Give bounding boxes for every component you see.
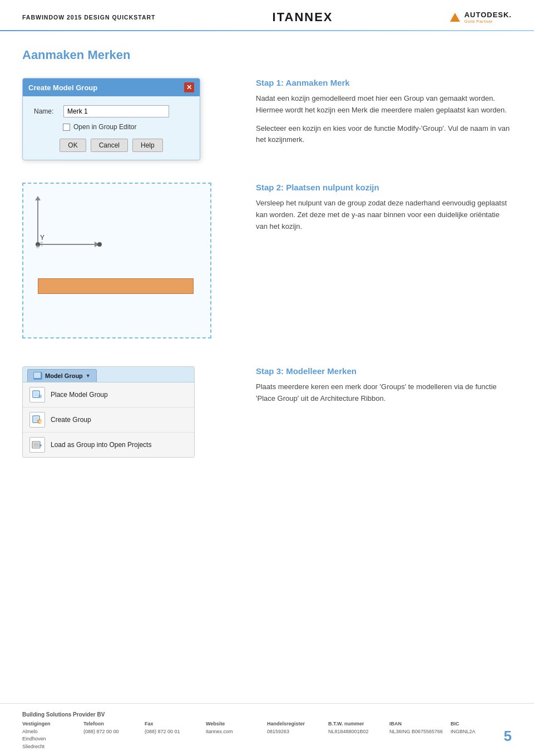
- y-axis-line: [37, 200, 38, 244]
- ribbon-tab-model-group[interactable]: Model Group ▼: [27, 369, 97, 382]
- ribbon-item-place[interactable]: Place Model Group: [23, 382, 194, 408]
- step2-col: Stap 2: Plaatsen nulpunt kozijn Versleep…: [256, 183, 512, 232]
- dialog-buttons: OK Cancel Help: [34, 139, 189, 152]
- page-footer: Building Solutions Provider BV Vestiging…: [0, 703, 534, 757]
- dialog-checkbox-label: Open in Group Editor: [73, 123, 136, 131]
- footer-fax-title: Fax: [145, 721, 206, 726]
- footer-website-val: itannex.com: [206, 728, 267, 736]
- dialog-help-button[interactable]: Help: [132, 139, 163, 152]
- footer-iban-val: NL36ING B0675565766: [389, 728, 451, 736]
- model-group-tab-icon: [33, 372, 42, 380]
- cad-inner: Y /| X ⊕: [23, 184, 210, 337]
- section-title: Aanmaken Merken: [22, 48, 512, 62]
- footer-col-website: Website itannex.com: [206, 721, 267, 751]
- load-group-label: Load as Group into Open Projects: [51, 441, 151, 449]
- ribbon-item-load[interactable]: Load as Group into Open Projects: [23, 433, 194, 457]
- autodesk-triangle-icon: [450, 13, 460, 22]
- ribbon-tab-dropdown-icon: ▼: [86, 373, 91, 379]
- svg-rect-1: [34, 392, 38, 396]
- cad-view: Y /| X ⊕: [22, 183, 211, 338]
- footer-handelsregister-title: Handelsregister: [267, 721, 328, 726]
- page-header: FabWindow 2015 Design Quickstart ITANNEX…: [0, 0, 534, 30]
- ribbon-item-create[interactable]: ⚙ Create Group: [23, 408, 194, 433]
- dialog-col: Create Model Group ✕ Name: Open in Group…: [22, 78, 239, 160]
- row-2: Y /| X ⊕ Stap 2: Plaatsen nulpunt kozijn…: [22, 183, 512, 344]
- footer-btw-title: B.T.W. nummer: [328, 721, 389, 726]
- footer-vestigingen-val: AlmeloEindhovenSliedrecht: [22, 728, 83, 751]
- svg-rect-8: [33, 443, 39, 447]
- row-3: Model Group ▼ Pla: [22, 366, 512, 463]
- cad-col: Y /| X ⊕: [22, 183, 239, 344]
- footer-col-bic: BIC INGBNL2A: [451, 721, 512, 751]
- step2-heading: Stap 2: Plaatsen nulpunt kozijn: [256, 183, 512, 192]
- header-title: FabWindow 2015 Design Quickstart: [22, 14, 156, 21]
- ribbon-col: Model Group ▼ Pla: [22, 366, 239, 463]
- footer-btw-val: NL818488001B02: [328, 728, 389, 736]
- dialog-cancel-button[interactable]: Cancel: [91, 139, 128, 152]
- autodesk-text: AUTODESK.: [464, 11, 512, 19]
- dialog-title-text: Create Model Group: [28, 84, 97, 92]
- footer-handelsregister-val: 08159263: [267, 728, 328, 736]
- footer-col-btw: B.T.W. nummer NL818488001B02: [328, 721, 389, 751]
- step1-col: Stap 1: Aanmaken Merk Nadat een kozijn g…: [256, 78, 512, 146]
- step1-heading: Stap 1: Aanmaken Merk: [256, 78, 512, 87]
- step1-text1: Nadat een kozijn gemodelleerd moet hier …: [256, 93, 512, 116]
- row-1: Create Model Group ✕ Name: Open in Group…: [22, 78, 512, 160]
- create-model-group-dialog: Create Model Group ✕ Name: Open in Group…: [22, 78, 200, 160]
- dialog-name-row: Name:: [34, 105, 189, 117]
- create-icon-svg: ⚙: [32, 414, 43, 425]
- create-group-label: Create Group: [51, 416, 91, 424]
- svg-rect-2: [38, 395, 42, 398]
- page-number: 5: [504, 728, 512, 745]
- footer-col-fax: Fax (088) 872 00 01: [145, 721, 206, 751]
- footer-telefoon-title: Telefoon: [83, 721, 145, 726]
- load-group-icon: [29, 437, 45, 453]
- footer-iban-title: IBAN: [389, 721, 451, 726]
- ribbon-tab-label: Model Group: [45, 372, 83, 379]
- footer-col-handelsregister: Handelsregister 08159263: [267, 721, 328, 751]
- place-model-group-icon: [29, 387, 45, 402]
- x-axis-line: [40, 244, 96, 245]
- svg-text:⚙: ⚙: [38, 420, 42, 424]
- dialog-ok-button[interactable]: OK: [60, 139, 86, 152]
- place-model-group-label: Place Model Group: [51, 391, 108, 399]
- step2-text: Versleep het nulpunt van de group zodat …: [256, 198, 512, 232]
- gold-partner-text: Gold Partner: [464, 19, 512, 24]
- step3-heading: Stap 3: Modelleer Merken: [256, 366, 512, 376]
- dialog-close-button[interactable]: ✕: [184, 82, 194, 92]
- ribbon-body: Place Model Group ⚙ Create Group: [23, 382, 194, 457]
- dialog-name-label: Name:: [34, 107, 59, 115]
- y-axis-label: Y /|: [40, 234, 44, 246]
- footer-fax-val: (088) 872 00 01: [145, 728, 206, 736]
- dialog-title-bar: Create Model Group ✕: [23, 78, 200, 96]
- footer-company: Building Solutions Provider BV: [22, 711, 512, 718]
- footer-columns: Vestigingen AlmeloEindhovenSliedrecht Te…: [22, 721, 512, 751]
- step3-text: Plaats meerdere keren een merk door 'Gro…: [256, 381, 512, 405]
- footer-col-iban: IBAN NL36ING B0675565766: [389, 721, 451, 751]
- autodesk-logo: AUTODESK. Gold Partner: [450, 11, 512, 24]
- dialog-name-input[interactable]: [63, 105, 169, 117]
- footer-vestigingen-title: Vestigingen: [22, 721, 83, 726]
- place-icon-svg: [32, 389, 43, 400]
- footer-telefoon-val: (088) 872 00 00: [83, 728, 145, 736]
- ribbon-tab-bar: Model Group ▼: [23, 367, 194, 382]
- dialog-checkbox[interactable]: [63, 124, 70, 131]
- x-dot: [97, 242, 102, 247]
- load-icon-svg: [32, 439, 43, 450]
- window-rectangle: [38, 278, 194, 294]
- y-arrowhead-icon: [35, 196, 41, 200]
- ribbon-menu: Model Group ▼ Pla: [22, 366, 195, 458]
- footer-bic-title: BIC: [451, 721, 512, 726]
- footer-col-vestigingen: Vestigingen AlmeloEindhovenSliedrecht: [22, 721, 83, 751]
- footer-bic-val: INGBNL2A: [451, 728, 512, 736]
- create-group-icon: ⚙: [29, 412, 45, 428]
- step1-text2: Selecteer een kozijn en kies voor de fun…: [256, 123, 512, 146]
- dialog-body: Name: Open in Group Editor OK Cancel Hel…: [23, 96, 200, 160]
- dialog-checkbox-row: Open in Group Editor: [63, 123, 189, 131]
- main-content: Aanmaken Merken Create Model Group ✕ Nam…: [0, 31, 534, 497]
- brand-logo: ITANNEX: [273, 10, 333, 24]
- footer-col-telefoon: Telefoon (088) 872 00 00: [83, 721, 145, 751]
- origin-marker: ⊕: [36, 244, 40, 249]
- step3-col: Stap 3: Modelleer Merken Plaats meerdere…: [256, 366, 512, 405]
- footer-website-title: Website: [206, 721, 267, 726]
